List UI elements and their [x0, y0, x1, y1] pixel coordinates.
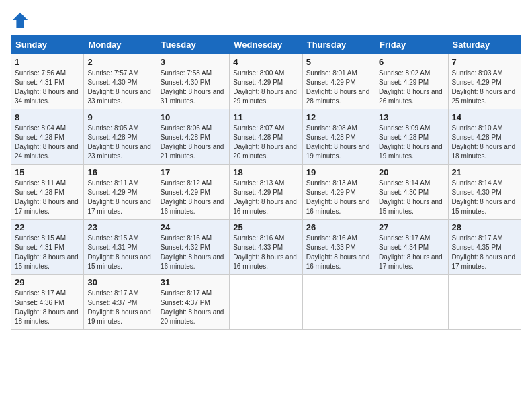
week-row-2: 8Sunrise: 8:04 AMSunset: 4:28 PMDaylight…: [11, 109, 521, 165]
day-info: Sunrise: 8:13 AMSunset: 4:29 PMDaylight:…: [306, 179, 371, 216]
day-cell: 4Sunrise: 8:00 AMSunset: 4:29 PMDaylight…: [230, 54, 302, 109]
day-cell: 11Sunrise: 8:07 AMSunset: 4:28 PMDayligh…: [230, 109, 302, 165]
header-cell-monday: Monday: [84, 36, 157, 54]
day-info: Sunrise: 8:09 AMSunset: 4:28 PMDaylight:…: [379, 124, 444, 161]
day-info: Sunrise: 8:13 AMSunset: 4:29 PMDaylight:…: [233, 179, 298, 216]
day-number: 6: [379, 57, 444, 67]
day-number: 22: [15, 222, 80, 232]
day-number: 28: [452, 222, 517, 232]
day-cell: [448, 275, 521, 330]
day-cell: 8Sunrise: 8:04 AMSunset: 4:28 PMDaylight…: [11, 109, 84, 165]
day-info: Sunrise: 8:17 AMSunset: 4:34 PMDaylight:…: [379, 234, 444, 271]
header-cell-thursday: Thursday: [302, 36, 375, 54]
day-info: Sunrise: 8:02 AMSunset: 4:29 PMDaylight:…: [379, 68, 444, 106]
day-info: Sunrise: 8:15 AMSunset: 4:31 PMDaylight:…: [87, 234, 152, 271]
day-cell: 20Sunrise: 8:14 AMSunset: 4:30 PMDayligh…: [375, 165, 448, 220]
day-number: 11: [233, 112, 298, 122]
day-number: 13: [379, 112, 444, 122]
day-info: Sunrise: 8:05 AMSunset: 4:28 PMDaylight:…: [87, 124, 152, 161]
day-number: 9: [87, 112, 152, 122]
day-number: 15: [15, 167, 80, 177]
day-info: Sunrise: 8:07 AMSunset: 4:28 PMDaylight:…: [233, 124, 298, 161]
day-cell: 16Sunrise: 8:11 AMSunset: 4:29 PMDayligh…: [84, 165, 157, 220]
header-cell-wednesday: Wednesday: [230, 36, 302, 54]
day-cell: 25Sunrise: 8:16 AMSunset: 4:33 PMDayligh…: [230, 220, 302, 275]
day-number: 4: [233, 57, 298, 67]
day-info: Sunrise: 8:10 AMSunset: 4:28 PMDaylight:…: [452, 124, 517, 161]
day-cell: 28Sunrise: 8:17 AMSunset: 4:35 PMDayligh…: [448, 220, 521, 275]
day-info: Sunrise: 8:16 AMSunset: 4:32 PMDaylight:…: [161, 234, 226, 271]
day-cell: [302, 275, 375, 330]
day-cell: 26Sunrise: 8:16 AMSunset: 4:33 PMDayligh…: [302, 220, 375, 275]
day-info: Sunrise: 8:01 AMSunset: 4:29 PMDaylight:…: [306, 68, 371, 106]
page-header: [11, 11, 521, 30]
day-cell: 22Sunrise: 8:15 AMSunset: 4:31 PMDayligh…: [11, 220, 84, 275]
day-info: Sunrise: 8:17 AMSunset: 4:37 PMDaylight:…: [161, 289, 226, 326]
day-number: 31: [161, 277, 226, 287]
day-number: 19: [306, 167, 371, 177]
day-number: 7: [452, 57, 517, 67]
header-cell-sunday: Sunday: [11, 36, 84, 54]
day-info: Sunrise: 8:11 AMSunset: 4:28 PMDaylight:…: [15, 179, 80, 216]
day-cell: 24Sunrise: 8:16 AMSunset: 4:32 PMDayligh…: [157, 220, 229, 275]
day-info: Sunrise: 8:06 AMSunset: 4:28 PMDaylight:…: [161, 124, 226, 161]
day-number: 21: [452, 167, 517, 177]
day-number: 30: [87, 277, 152, 287]
logo: [11, 11, 32, 30]
day-cell: 15Sunrise: 8:11 AMSunset: 4:28 PMDayligh…: [11, 165, 84, 220]
day-number: 17: [161, 167, 226, 177]
svg-marker-0: [13, 13, 28, 28]
day-info: Sunrise: 8:16 AMSunset: 4:33 PMDaylight:…: [233, 234, 298, 271]
day-number: 1: [15, 57, 80, 67]
day-cell: 27Sunrise: 8:17 AMSunset: 4:34 PMDayligh…: [375, 220, 448, 275]
day-cell: 19Sunrise: 8:13 AMSunset: 4:29 PMDayligh…: [302, 165, 375, 220]
day-cell: 21Sunrise: 8:14 AMSunset: 4:30 PMDayligh…: [448, 165, 521, 220]
week-row-3: 15Sunrise: 8:11 AMSunset: 4:28 PMDayligh…: [11, 165, 521, 220]
day-number: 16: [87, 167, 152, 177]
day-number: 8: [15, 112, 80, 122]
day-number: 26: [306, 222, 371, 232]
day-cell: [375, 275, 448, 330]
day-number: 27: [379, 222, 444, 232]
day-info: Sunrise: 8:17 AMSunset: 4:36 PMDaylight:…: [15, 289, 80, 326]
header-cell-friday: Friday: [375, 36, 448, 54]
day-info: Sunrise: 8:17 AMSunset: 4:37 PMDaylight:…: [87, 289, 152, 326]
week-row-4: 22Sunrise: 8:15 AMSunset: 4:31 PMDayligh…: [11, 220, 521, 275]
day-cell: 9Sunrise: 8:05 AMSunset: 4:28 PMDaylight…: [84, 109, 157, 165]
day-cell: 30Sunrise: 8:17 AMSunset: 4:37 PMDayligh…: [84, 275, 157, 330]
day-number: 18: [233, 167, 298, 177]
day-info: Sunrise: 8:03 AMSunset: 4:29 PMDaylight:…: [452, 68, 517, 106]
day-cell: 1Sunrise: 7:56 AMSunset: 4:31 PMDaylight…: [11, 54, 84, 109]
day-cell: 23Sunrise: 8:15 AMSunset: 4:31 PMDayligh…: [84, 220, 157, 275]
calendar-table: SundayMondayTuesdayWednesdayThursdayFrid…: [11, 35, 521, 330]
day-number: 20: [379, 167, 444, 177]
day-number: 14: [452, 112, 517, 122]
day-cell: 3Sunrise: 7:58 AMSunset: 4:30 PMDaylight…: [157, 54, 229, 109]
day-info: Sunrise: 8:14 AMSunset: 4:30 PMDaylight:…: [379, 179, 444, 216]
day-info: Sunrise: 8:17 AMSunset: 4:35 PMDaylight:…: [452, 234, 517, 271]
day-info: Sunrise: 7:57 AMSunset: 4:30 PMDaylight:…: [87, 68, 152, 106]
day-info: Sunrise: 8:14 AMSunset: 4:30 PMDaylight:…: [452, 179, 517, 216]
day-info: Sunrise: 7:56 AMSunset: 4:31 PMDaylight:…: [15, 68, 80, 106]
day-number: 3: [161, 57, 226, 67]
day-number: 25: [233, 222, 298, 232]
week-row-1: 1Sunrise: 7:56 AMSunset: 4:31 PMDaylight…: [11, 54, 521, 109]
day-info: Sunrise: 8:12 AMSunset: 4:29 PMDaylight:…: [161, 179, 226, 216]
day-number: 24: [161, 222, 226, 232]
day-info: Sunrise: 8:04 AMSunset: 4:28 PMDaylight:…: [15, 124, 80, 161]
day-number: 29: [15, 277, 80, 287]
day-cell: 5Sunrise: 8:01 AMSunset: 4:29 PMDaylight…: [302, 54, 375, 109]
day-info: Sunrise: 8:16 AMSunset: 4:33 PMDaylight:…: [306, 234, 371, 271]
day-number: 10: [161, 112, 226, 122]
day-info: Sunrise: 8:08 AMSunset: 4:28 PMDaylight:…: [306, 124, 371, 161]
day-number: 5: [306, 57, 371, 67]
header-row: SundayMondayTuesdayWednesdayThursdayFrid…: [11, 36, 521, 54]
header-cell-tuesday: Tuesday: [157, 36, 229, 54]
day-cell: 7Sunrise: 8:03 AMSunset: 4:29 PMDaylight…: [448, 54, 521, 109]
day-info: Sunrise: 8:00 AMSunset: 4:29 PMDaylight:…: [233, 68, 298, 106]
day-cell: 29Sunrise: 8:17 AMSunset: 4:36 PMDayligh…: [11, 275, 84, 330]
day-cell: 17Sunrise: 8:12 AMSunset: 4:29 PMDayligh…: [157, 165, 229, 220]
logo-icon: [11, 11, 30, 30]
day-cell: 13Sunrise: 8:09 AMSunset: 4:28 PMDayligh…: [375, 109, 448, 165]
week-row-5: 29Sunrise: 8:17 AMSunset: 4:36 PMDayligh…: [11, 275, 521, 330]
